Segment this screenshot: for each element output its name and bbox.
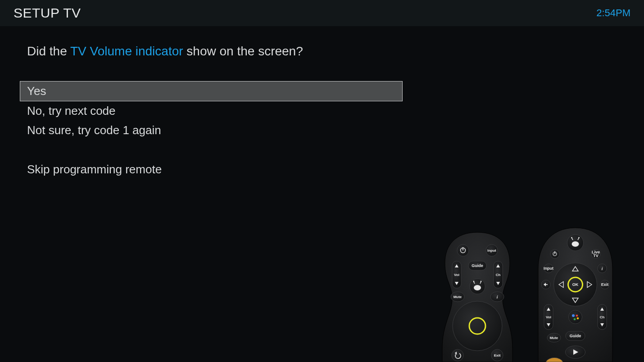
svg-text:Mute: Mute <box>550 336 558 340</box>
svg-text:Exit: Exit <box>494 353 501 357</box>
back-button <box>541 280 550 289</box>
svg-point-36 <box>578 237 580 239</box>
svg-point-69 <box>576 315 578 317</box>
question-pre: Did the <box>27 44 70 58</box>
question-highlight: TV Volume indicator <box>70 44 183 58</box>
question-post: show on the screen? <box>183 44 303 58</box>
options-list: Yes No, try next code Not sure, try code… <box>20 81 403 179</box>
svg-point-35 <box>571 237 572 239</box>
svg-text:Ch: Ch <box>600 315 605 319</box>
remote-a: Input Guide Vol Ch <box>441 231 513 362</box>
clock: 2:54PM <box>596 7 630 19</box>
svg-text:Mute: Mute <box>454 295 462 299</box>
svg-text:Input: Input <box>487 249 496 253</box>
svg-text:OK: OK <box>572 282 579 287</box>
svg-point-71 <box>574 318 576 321</box>
exit-button: Exit <box>600 280 609 289</box>
header-bar: SETUP TV 2:54PM <box>0 0 644 26</box>
svg-point-25 <box>453 301 502 351</box>
svg-text:Vol: Vol <box>454 273 459 277</box>
svg-text:Input: Input <box>544 266 553 271</box>
option-no[interactable]: No, try next code <box>20 101 403 121</box>
input-button: Input <box>544 264 553 273</box>
exit-button: Exit <box>491 349 503 361</box>
dpad: OK <box>554 263 597 306</box>
info-button: i <box>490 292 504 302</box>
tivo-button <box>567 235 584 251</box>
question-text: Did the TV Volume indicator show on the … <box>27 44 617 59</box>
back-button <box>452 349 463 361</box>
mute-button: Mute <box>547 333 561 342</box>
svg-point-32 <box>572 241 579 247</box>
svg-text:Vol: Vol <box>546 315 551 319</box>
channel-rocker: Ch <box>598 304 607 330</box>
remotes-illustration: Input Guide Vol Ch <box>441 227 615 362</box>
option-yes[interactable]: Yes <box>20 81 403 101</box>
option-notsure[interactable]: Not sure, try code 1 again <box>20 121 403 140</box>
svg-text:Ch: Ch <box>496 273 501 277</box>
info-button: i <box>598 264 607 273</box>
input-button: Input <box>486 244 498 256</box>
svg-text:TV: TV <box>593 253 599 258</box>
channel-rocker: Ch <box>494 261 503 288</box>
svg-point-70 <box>577 317 579 320</box>
svg-point-67 <box>569 310 582 324</box>
main-content: Did the TV Volume indicator show on the … <box>0 26 644 179</box>
svg-point-68 <box>572 314 575 317</box>
nav-ring <box>453 301 502 351</box>
option-skip[interactable]: Skip programming remote <box>20 160 403 179</box>
power-button <box>550 249 559 258</box>
tivo-button <box>470 279 485 294</box>
assistant-button <box>569 310 582 324</box>
guide-button: Guide <box>468 261 486 270</box>
svg-text:Exit: Exit <box>601 282 609 287</box>
svg-point-19 <box>473 281 475 282</box>
svg-point-20 <box>481 281 482 282</box>
guide-button: Guide <box>566 331 585 340</box>
svg-text:Guide: Guide <box>472 263 483 268</box>
svg-text:Guide: Guide <box>570 334 581 338</box>
volume-rocker: Vol <box>544 304 553 330</box>
volume-rocker: Vol <box>452 261 461 288</box>
svg-point-27 <box>452 349 463 361</box>
remote-b: Live TV Input i <box>536 227 615 362</box>
svg-point-16 <box>474 285 481 290</box>
mute-button: Mute <box>451 292 464 302</box>
page-title: SETUP TV <box>14 5 81 21</box>
livetv-button: Live TV <box>591 249 600 258</box>
power-button <box>457 244 469 256</box>
play-button <box>566 346 585 358</box>
